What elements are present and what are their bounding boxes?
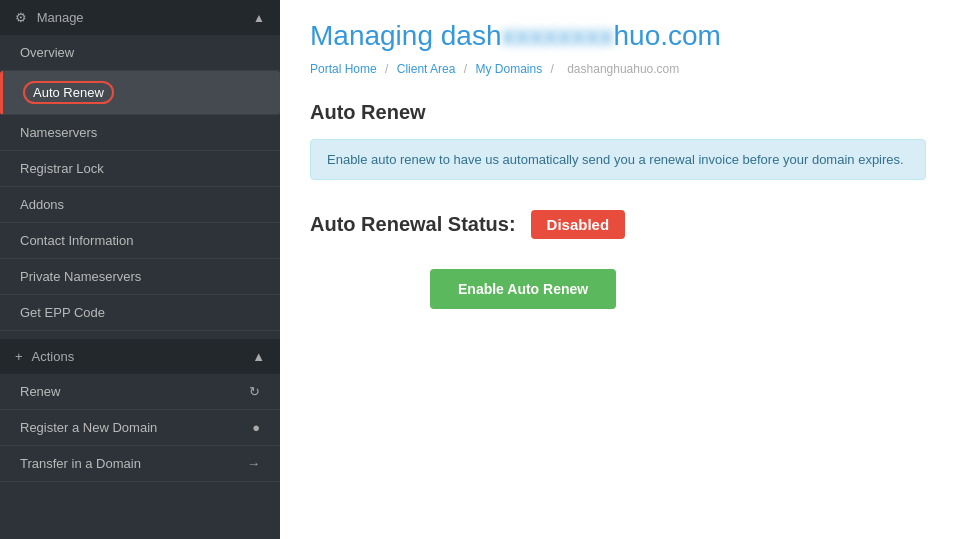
sidebar-item-addons[interactable]: Addons bbox=[0, 187, 280, 223]
globe-icon: ● bbox=[252, 420, 260, 435]
manage-section-header[interactable]: ⚙ Manage ▲ bbox=[0, 0, 280, 35]
refresh-icon: ↻ bbox=[249, 384, 260, 399]
main-content: Managing dashxxxxxxxxhuo.com Portal Home… bbox=[280, 0, 956, 539]
manage-label: Manage bbox=[37, 10, 84, 25]
breadcrumb-portal-home[interactable]: Portal Home bbox=[310, 62, 377, 76]
sidebar-item-get-epp-code[interactable]: Get EPP Code bbox=[0, 295, 280, 331]
auto-renew-title: Auto Renew bbox=[310, 101, 926, 124]
enable-auto-renew-button[interactable]: Enable Auto Renew bbox=[430, 269, 616, 309]
status-label: Auto Renewal Status: bbox=[310, 213, 516, 236]
chevron-up-icon-actions: ▲ bbox=[252, 349, 265, 364]
page-title: Managing dashxxxxxxxxhuo.com bbox=[310, 20, 926, 52]
plus-icon: + bbox=[15, 349, 23, 364]
breadcrumb-current: dashanghuahuo.com bbox=[567, 62, 679, 76]
sidebar-item-overview[interactable]: Overview bbox=[0, 35, 280, 71]
action-item-transfer-in-domain[interactable]: Transfer in a Domain → bbox=[0, 446, 280, 482]
action-item-renew[interactable]: Renew ↻ bbox=[0, 374, 280, 410]
info-text: Enable auto renew to have us automatical… bbox=[327, 152, 904, 167]
sidebar-item-contact-information[interactable]: Contact Information bbox=[0, 223, 280, 259]
breadcrumb: Portal Home / Client Area / My Domains /… bbox=[310, 62, 926, 76]
info-box: Enable auto renew to have us automatical… bbox=[310, 139, 926, 180]
gear-icon: ⚙ bbox=[15, 10, 27, 25]
sidebar-item-registrar-lock[interactable]: Registrar Lock bbox=[0, 151, 280, 187]
chevron-up-icon: ▲ bbox=[253, 11, 265, 25]
sidebar-item-private-nameservers[interactable]: Private Nameservers bbox=[0, 259, 280, 295]
breadcrumb-client-area[interactable]: Client Area bbox=[397, 62, 456, 76]
sidebar: ⚙ Manage ▲ Overview Auto Renew Nameserve… bbox=[0, 0, 280, 539]
breadcrumb-my-domains[interactable]: My Domains bbox=[475, 62, 542, 76]
status-badge: Disabled bbox=[531, 210, 626, 239]
actions-section-header[interactable]: + Actions ▲ bbox=[0, 339, 280, 374]
sidebar-item-auto-renew[interactable]: Auto Renew bbox=[0, 71, 280, 115]
actions-label: Actions bbox=[32, 349, 75, 364]
status-row: Auto Renewal Status: Disabled bbox=[310, 210, 926, 239]
action-item-register-new-domain[interactable]: Register a New Domain ● bbox=[0, 410, 280, 446]
sidebar-item-nameservers[interactable]: Nameservers bbox=[0, 115, 280, 151]
share-icon: → bbox=[247, 456, 260, 471]
